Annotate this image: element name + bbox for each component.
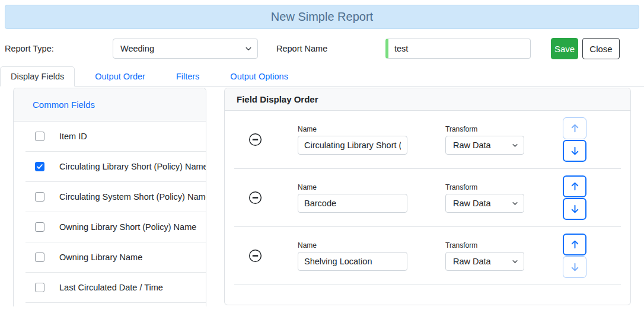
list-item: Item ID: [14, 122, 206, 151]
transform-field-label: Transform: [445, 125, 524, 133]
report-name-label: Report Name: [276, 44, 385, 53]
list-item: Circulating System Short (Policy) Name: [14, 182, 206, 212]
arrow-up-icon: [570, 181, 580, 191]
transform-select-wrap: Raw Data: [445, 136, 524, 155]
minus-circle-icon: [248, 133, 262, 146]
save-button[interactable]: Save: [551, 38, 578, 59]
name-field-group: Name: [298, 125, 407, 155]
move-down-button[interactable]: [563, 140, 586, 162]
move-down-button[interactable]: [563, 198, 586, 220]
order-row-wrap: Name Transform Raw Data: [225, 111, 630, 169]
field-checkbox[interactable]: [35, 192, 44, 202]
name-field-group: Name: [298, 241, 407, 271]
field-display-order-header: Field Display Order: [225, 88, 630, 111]
remove-field-button[interactable]: [248, 133, 262, 146]
arrow-up-icon: [570, 123, 580, 133]
tab-display-fields[interactable]: Display Fields: [0, 66, 75, 87]
close-button[interactable]: Close: [582, 38, 620, 59]
common-fields-header-label[interactable]: Common Fields: [33, 100, 95, 110]
move-up-button[interactable]: [563, 175, 586, 197]
arrow-down-icon: [570, 262, 580, 272]
field-checkbox[interactable]: [35, 283, 44, 292]
minus-circle-icon: [248, 191, 262, 204]
field-item-label[interactable]: Circulating System Short (Policy) Name: [59, 192, 206, 202]
field-display-order-panel: Field Display Order Name Transform Raw D…: [224, 88, 631, 305]
list-item: Circulating Library Short (Policy) Name: [14, 152, 206, 181]
field-item-label[interactable]: Item ID: [59, 132, 87, 141]
field-name-input[interactable]: [298, 194, 407, 213]
common-fields-list: Item ID Circulating Library Short (Polic…: [14, 122, 206, 303]
list-item: Owning Library Name: [14, 242, 206, 272]
reorder-buttons: [563, 175, 586, 220]
arrow-down-icon: [570, 204, 580, 214]
field-item-label[interactable]: Circulating Library Short (Policy) Name: [59, 162, 206, 171]
common-fields-header[interactable]: Common Fields: [14, 88, 206, 122]
report-type-select-wrap: Weeding: [113, 39, 258, 59]
report-type-label: Report Type:: [5, 44, 113, 53]
transform-field-group: Transform Raw Data: [445, 241, 524, 271]
remove-field-button[interactable]: [248, 191, 262, 204]
page-title: New Simple Report: [5, 5, 639, 29]
panel-footer-space: [225, 285, 630, 301]
remove-field-button[interactable]: [248, 249, 262, 263]
tab-output-order[interactable]: Output Order: [84, 66, 156, 87]
transform-field-group: Transform Raw Data: [445, 183, 524, 213]
transform-field-group: Transform Raw Data: [445, 125, 524, 155]
check-icon: [36, 163, 43, 170]
list-item: Owning Library Short (Policy) Name: [14, 212, 206, 242]
transform-select-wrap: Raw Data: [445, 252, 524, 271]
arrow-up-icon: [570, 239, 580, 250]
transform-field-label: Transform: [445, 241, 524, 250]
tab-output-options[interactable]: Output Options: [219, 66, 299, 87]
display-order-rows: Name Transform Raw Data: [225, 111, 630, 285]
tab-filters[interactable]: Filters: [165, 66, 210, 87]
transform-select[interactable]: Raw Data: [445, 194, 524, 213]
report-name-input[interactable]: [385, 39, 531, 59]
name-field-label: Name: [298, 125, 407, 133]
field-item-wrap: Owning Library Name: [14, 242, 206, 273]
field-checkbox[interactable]: [35, 222, 44, 232]
move-down-button[interactable]: [563, 256, 586, 278]
field-item-wrap: Item ID: [14, 122, 206, 152]
name-field-label: Name: [298, 183, 407, 191]
common-fields-panel: Common Fields Item ID Circulating Librar…: [13, 88, 206, 306]
field-item-label[interactable]: Owning Library Name: [59, 253, 142, 262]
field-name-input[interactable]: [298, 252, 407, 271]
move-up-button[interactable]: [563, 234, 586, 255]
field-item-wrap: Circulating Library Short (Policy) Name: [14, 152, 206, 182]
table-row: Name Transform Raw Data: [225, 227, 630, 285]
transform-select-wrap: Raw Data: [445, 194, 524, 213]
transform-select[interactable]: Raw Data: [445, 136, 524, 155]
move-up-button[interactable]: [563, 117, 586, 139]
field-checkbox[interactable]: [35, 162, 44, 171]
field-checkbox[interactable]: [35, 253, 44, 262]
page-title-text: New Simple Report: [271, 10, 373, 24]
report-tabs: Display Fields Output Order Filters Outp…: [0, 66, 644, 87]
field-item-label[interactable]: Last Circulated Date / Time: [59, 283, 163, 292]
report-toolbar: Report Type: Weeding Report Name Save Cl…: [5, 37, 639, 60]
tab-content: Common Fields Item ID Circulating Librar…: [0, 87, 644, 306]
name-field-label: Name: [298, 241, 407, 250]
list-item: Last Circulated Date / Time: [14, 273, 206, 302]
table-row: Name Transform Raw Data: [225, 169, 630, 226]
table-row: Name Transform Raw Data: [225, 111, 630, 168]
field-item-label[interactable]: Owning Library Short (Policy) Name: [59, 222, 196, 232]
field-display-order-header-label: Field Display Order: [237, 94, 318, 104]
field-item-wrap: Last Circulated Date / Time: [14, 273, 206, 303]
reorder-buttons: [563, 234, 586, 278]
field-item-wrap: Owning Library Short (Policy) Name: [14, 212, 206, 242]
report-name-input-wrap: [385, 39, 531, 59]
minus-circle-icon: [248, 249, 262, 263]
order-row-wrap: Name Transform Raw Data: [225, 227, 630, 285]
arrow-down-icon: [570, 146, 580, 156]
field-name-input[interactable]: [298, 136, 407, 155]
reorder-buttons: [563, 117, 586, 162]
transform-select[interactable]: Raw Data: [445, 252, 524, 271]
field-checkbox[interactable]: [35, 132, 44, 141]
field-item-wrap: Circulating System Short (Policy) Name: [14, 182, 206, 212]
transform-field-label: Transform: [445, 183, 524, 191]
divider: [25, 302, 206, 303]
order-row-wrap: Name Transform Raw Data: [225, 169, 630, 227]
name-field-group: Name: [298, 183, 407, 213]
report-type-select[interactable]: Weeding: [113, 39, 258, 59]
